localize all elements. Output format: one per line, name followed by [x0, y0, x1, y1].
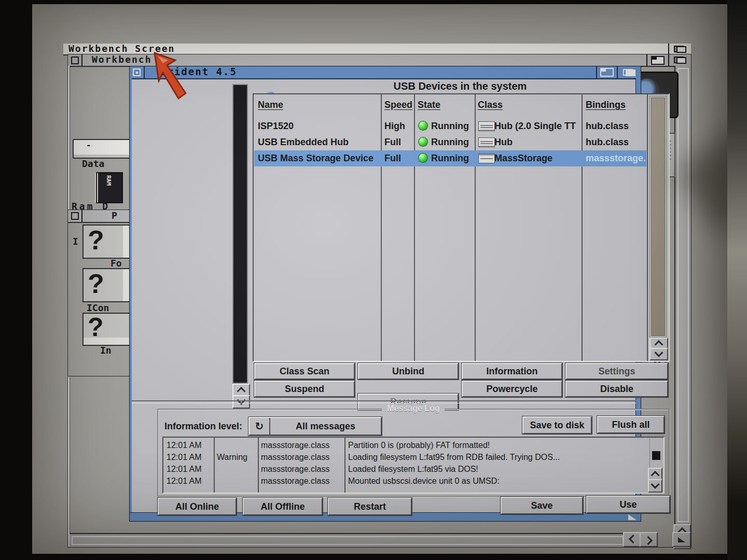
disable-button[interactable]: Disable — [565, 381, 668, 397]
log-message: Partition 0 is (probably) FAT formatted! — [348, 441, 490, 450]
trident-resize-gadget[interactable] — [625, 513, 640, 521]
cell-speed: High — [384, 121, 405, 132]
save-to-disk-button[interactable]: Save to disk — [522, 416, 592, 434]
trident-zoom-gadget[interactable] — [597, 66, 617, 78]
workbench-vscrollbar[interactable] — [674, 66, 691, 524]
all-offline-button[interactable]: All Offline — [243, 498, 323, 515]
unbind-button[interactable]: Unbind — [358, 363, 459, 380]
cell-bindings: hub.class — [586, 137, 629, 148]
ram-disk-icon[interactable]: RAM — [95, 172, 123, 203]
sidebar-vscrollbar[interactable] — [232, 84, 248, 384]
question-icon: ? — [88, 269, 104, 299]
col-header-class[interactable]: Class — [478, 100, 503, 110]
flush-all-button[interactable]: Flush all — [597, 416, 665, 433]
question-icon: ? — [88, 225, 104, 255]
log-list: 12:01 AM massstorage.class Partition 0 i… — [162, 437, 665, 494]
log-source: massstorage.class — [261, 441, 330, 450]
photo-of-monitor: Workbench Screen Workbench — [0, 0, 747, 560]
cell-speed: Full — [384, 153, 401, 164]
trident-left-border — [130, 78, 132, 513]
data-disk-icon[interactable]: - — [73, 139, 133, 159]
information-button[interactable]: Information — [462, 363, 562, 380]
resize-icon — [678, 537, 685, 542]
all-online-button[interactable]: All Online — [158, 498, 237, 515]
hscroll-thumb[interactable] — [72, 536, 624, 545]
log-source: massstorage.class — [261, 453, 330, 462]
ram-icon-text: RAM — [105, 175, 112, 186]
log-time: 12:01 AM — [167, 441, 202, 450]
info-level-cycle[interactable]: ↻ All messages — [248, 417, 382, 436]
zoom-icon — [651, 56, 665, 65]
partial-window: P I ? Fo ? ICon ? In — [68, 210, 136, 376]
settings-button[interactable]: Settings — [565, 363, 668, 380]
devices-panel-title: USB Devices in the system — [253, 80, 668, 92]
log-message: Loaded filesystem L:fat95 via DOS! — [348, 465, 478, 474]
cell-bindings: massstorage. — [586, 153, 646, 164]
cell-state: Running — [431, 153, 469, 164]
cell-name: USB Embedded Hub — [258, 137, 378, 148]
monitor-bezel — [727, 0, 747, 560]
device-row[interactable]: USB Embedded Hub Full Running Hub hub.cl… — [254, 134, 646, 150]
cell-bindings: hub.class — [586, 121, 629, 132]
col-header-name[interactable]: Name — [258, 100, 283, 110]
use-button[interactable]: Use — [586, 496, 670, 513]
devices-table: Name Speed State Class Bindings ISP1520 … — [253, 93, 670, 362]
default-tool-icon[interactable]: ? — [82, 313, 132, 346]
log-vscrollbar[interactable] — [649, 439, 662, 468]
screen-depth-gadget[interactable] — [669, 44, 691, 54]
workbench-zoom-gadget[interactable] — [647, 54, 668, 66]
col-header-speed[interactable]: Speed — [384, 100, 412, 110]
save-button[interactable]: Save — [501, 497, 583, 514]
workbench-resize-gadget[interactable] — [672, 532, 691, 547]
hub-icon — [478, 121, 495, 131]
powercycle-button[interactable]: Powercycle — [462, 381, 562, 397]
restart-button[interactable]: Restart — [328, 498, 412, 515]
message-log-group: Message Log Information level: ↻ All mes… — [157, 409, 670, 497]
depth-icon — [623, 69, 635, 76]
log-message: Loading filesystem L:fat95 from RDB fail… — [348, 453, 560, 462]
running-led — [419, 121, 427, 130]
workbench-scroll-left[interactable] — [623, 532, 641, 547]
class-scan-button[interactable]: Class Scan — [254, 363, 355, 380]
partial-window-titlebar: P — [68, 210, 136, 223]
log-source: massstorage.class — [261, 477, 330, 486]
cell-name: USB Mass Storage Device — [258, 153, 378, 164]
workbench-close-gadget[interactable] — [68, 54, 81, 66]
log-vscroll-thumb[interactable] — [652, 451, 660, 460]
icon-label-install: In — [100, 345, 112, 356]
device-row[interactable]: ISP1520 High Running Hub (2.0 Single TT … — [254, 118, 646, 134]
workbench-depth-gadget[interactable] — [669, 54, 691, 66]
suspend-button[interactable]: Suspend — [254, 381, 355, 397]
log-entry: 12:01 AM massstorage.class Mounted usbsc… — [163, 475, 646, 488]
col-header-bindings[interactable]: Bindings — [586, 100, 626, 110]
workbench-hscrollbar[interactable] — [70, 533, 626, 547]
zoom-icon — [600, 68, 614, 77]
log-time: 12:01 AM — [167, 477, 202, 486]
log-entry: 12:01 AM Warning massstorage.class Loadi… — [163, 452, 646, 464]
question-icon: ? — [88, 313, 104, 342]
icon-label-format: Fo — [110, 258, 122, 269]
workbench-screen: Workbench Screen Workbench — [32, 4, 728, 554]
log-entry: 12:01 AM massstorage.class Loaded filesy… — [163, 464, 646, 476]
log-source: massstorage.class — [261, 465, 330, 474]
info-level-value: All messages — [270, 418, 381, 435]
device-row-selected[interactable]: USB Mass Storage Device Full Running Mas… — [254, 150, 646, 166]
vscroll-thumb[interactable] — [677, 68, 689, 522]
table-vscrollbar[interactable] — [649, 96, 667, 338]
default-tool-icon[interactable]: ? — [82, 225, 133, 259]
log-message: Mounted usbscsi.device unit 0 as UMSD: — [348, 477, 500, 486]
col-header-state[interactable]: State — [418, 100, 440, 110]
close-icon — [133, 68, 141, 76]
log-time: 12:01 AM — [167, 453, 202, 462]
partial-close-gadget[interactable] — [68, 210, 81, 222]
table-scroll-down[interactable] — [649, 348, 668, 360]
default-tool-icon[interactable]: ? — [82, 268, 132, 302]
trident-depth-gadget[interactable] — [618, 66, 641, 78]
cell-state: Running — [431, 137, 469, 148]
workbench-scroll-right[interactable] — [640, 532, 658, 547]
running-led — [419, 153, 427, 162]
log-scroll-down[interactable] — [648, 479, 662, 493]
trident-close-gadget[interactable] — [130, 66, 144, 78]
hub-icon — [478, 137, 495, 147]
table-vscroll-thumb[interactable] — [651, 97, 665, 336]
